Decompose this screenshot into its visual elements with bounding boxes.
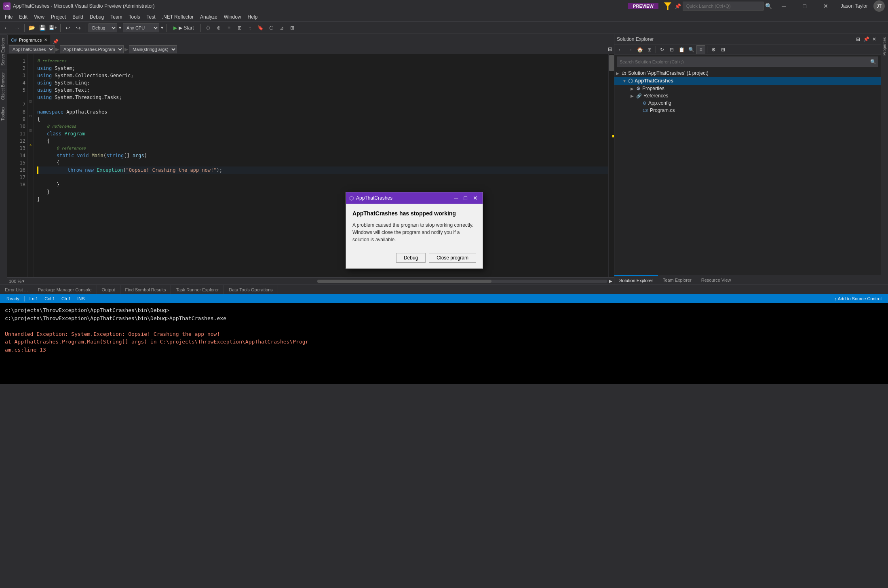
- team-explorer-tab[interactable]: Team Explorer: [658, 275, 696, 285]
- se-close-button[interactable]: ✕: [870, 35, 878, 43]
- pin-button[interactable]: 📌: [675, 3, 681, 9]
- solution-node[interactable]: ▶ 🗂 Solution 'AppThatCrashes' (1 project…: [614, 70, 881, 77]
- method-nav-dropdown[interactable]: Main(string[] args): [129, 45, 177, 53]
- se-btn-3[interactable]: ⊟: [667, 45, 676, 54]
- dialog-close-program-button[interactable]: Close program: [429, 253, 476, 263]
- menu-reflector[interactable]: .NET Reflector: [159, 12, 197, 22]
- server-explorer-tab[interactable]: Server Explorer: [0, 34, 7, 69]
- back-button[interactable]: ←: [2, 23, 11, 33]
- data-tools-tab[interactable]: Data Tools Operations: [224, 285, 278, 294]
- open-button[interactable]: 📂: [27, 23, 37, 33]
- find-symbol-results-tab[interactable]: Find Symbol Results: [120, 285, 171, 294]
- menu-analyze[interactable]: Analyze: [197, 12, 221, 22]
- dialog-maximize-btn[interactable]: □: [462, 195, 469, 201]
- error-list-tab[interactable]: Error List ...: [0, 285, 33, 294]
- menu-help[interactable]: Help: [244, 12, 261, 22]
- quick-launch-input[interactable]: [683, 2, 764, 11]
- properties-node[interactable]: ▶ ⚙ Properties: [614, 85, 881, 92]
- menu-project[interactable]: Project: [48, 12, 69, 22]
- references-node[interactable]: ▶ 🔗 References: [614, 92, 881, 99]
- se-home-btn[interactable]: 🏠: [635, 45, 644, 54]
- output-tab[interactable]: Output: [97, 285, 120, 294]
- scroll-right-button[interactable]: ▶: [609, 279, 612, 283]
- menu-test[interactable]: Test: [143, 12, 159, 22]
- undo-button[interactable]: ↩: [63, 23, 73, 33]
- forward-button[interactable]: →: [12, 23, 22, 33]
- appconfig-node[interactable]: ▶ ⚙ App.config: [614, 99, 881, 107]
- programcs-node[interactable]: ▶ C# Program.cs: [614, 107, 881, 114]
- menu-debug[interactable]: Debug: [86, 12, 107, 22]
- se-btn-8[interactable]: ⊞: [719, 45, 728, 54]
- se-forward-btn[interactable]: →: [626, 45, 635, 54]
- maximize-button[interactable]: □: [795, 0, 814, 12]
- se-back-btn[interactable]: ←: [616, 45, 625, 54]
- toolbox-tab[interactable]: Toolbox: [0, 103, 7, 124]
- left-vert-tabs: Server Explorer Object Browser Toolbox: [0, 34, 7, 285]
- search-icon[interactable]: 🔍: [765, 3, 772, 9]
- code-editor[interactable]: 1 2 3 4 5 7 8 9 10 11 12 13 14 15 16 17 …: [7, 54, 614, 277]
- toolbar-btn-4[interactable]: ⊞: [235, 23, 245, 33]
- toolbar-btn-6[interactable]: ⬡: [266, 23, 276, 33]
- menu-tools[interactable]: Tools: [126, 12, 143, 22]
- se-pin-button[interactable]: 📌: [862, 35, 870, 43]
- platform-arrow[interactable]: ▼: [160, 25, 164, 30]
- menu-team[interactable]: Team: [107, 12, 125, 22]
- project-node[interactable]: ▼ ⬡ AppThatCrashes: [614, 77, 881, 85]
- terminal[interactable]: c:\projects\ThrowException\AppThatCrashe…: [0, 303, 888, 384]
- source-control-status[interactable]: ↑ Add to Source Control: [831, 296, 885, 301]
- toolbar-btn-1[interactable]: ⟨⟩: [203, 23, 213, 33]
- project-nav-dropdown[interactable]: AppThatCrashes: [9, 45, 55, 53]
- minimize-button[interactable]: ─: [774, 0, 793, 12]
- object-browser-tab[interactable]: Object Browser: [0, 69, 7, 103]
- zoom-level[interactable]: 100 %: [9, 279, 21, 284]
- se-search-input[interactable]: [617, 57, 869, 66]
- se-btn-7[interactable]: ⚙: [709, 45, 718, 54]
- save-button[interactable]: 💾: [38, 23, 47, 33]
- resource-view-tab[interactable]: Resource View: [696, 275, 736, 285]
- dialog-close-btn[interactable]: ✕: [471, 195, 479, 201]
- solution-explorer: Solution Explorer ⊟ 📌 ✕ ← → 🏠 ⊞ ↻ ⊟ 📋 🔍 …: [614, 34, 881, 285]
- se-btn-2[interactable]: ↻: [658, 45, 667, 54]
- zoom-arrow[interactable]: ▼: [21, 279, 25, 283]
- toolbar-btn-2[interactable]: ⊕: [214, 23, 224, 33]
- horizontal-scrollbar[interactable]: [317, 278, 607, 284]
- dialog-debug-button[interactable]: Debug: [396, 253, 426, 263]
- user-name: Jason Taylor: [841, 3, 868, 9]
- toolbar-btn-3[interactable]: ≡: [224, 23, 234, 33]
- run-button[interactable]: ▶ ▶ Start: [169, 24, 198, 32]
- platform-dropdown[interactable]: Any CPU: [123, 23, 159, 32]
- debug-config-dropdown[interactable]: Debug Release: [89, 23, 117, 32]
- menu-view[interactable]: View: [31, 12, 48, 22]
- se-btn-5[interactable]: 🔍: [687, 45, 696, 54]
- toolbar-btn-7[interactable]: ⊿: [277, 23, 287, 33]
- pin-editor-button[interactable]: 📌: [53, 39, 59, 44]
- toolbar-btn-5[interactable]: ↕: [245, 23, 255, 33]
- se-btn-4[interactable]: 📋: [677, 45, 686, 54]
- menu-window[interactable]: Window: [221, 12, 245, 22]
- menu-edit[interactable]: Edit: [16, 12, 31, 22]
- toolbar-btn-8[interactable]: ⊞: [287, 23, 297, 33]
- se-btn-6[interactable]: ≡: [696, 45, 705, 54]
- se-search-bar[interactable]: 🔍: [617, 57, 878, 67]
- menu-build[interactable]: Build: [69, 12, 86, 22]
- editor-scrollbar[interactable]: [608, 54, 614, 277]
- program-cs-tab[interactable]: C# Program.cs ✕: [7, 35, 51, 44]
- solution-explorer-tab[interactable]: Solution Explorer: [614, 275, 658, 285]
- expand-editor-button[interactable]: ⊞: [608, 46, 612, 52]
- bookmark-button[interactable]: 🔖: [256, 23, 266, 33]
- properties-sidebar-tab[interactable]: Properties: [882, 37, 887, 56]
- dialog-minimize-btn[interactable]: ─: [453, 195, 460, 201]
- close-button[interactable]: ✕: [816, 0, 835, 12]
- menu-file[interactable]: File: [2, 12, 16, 22]
- class-nav-dropdown[interactable]: AppThatCrashes.Program: [60, 45, 124, 53]
- tab-close-icon[interactable]: ✕: [44, 38, 47, 42]
- redo-button[interactable]: ↪: [74, 23, 83, 33]
- se-float-button[interactable]: ⊟: [854, 35, 862, 43]
- task-runner-tab[interactable]: Task Runner Explorer: [171, 285, 224, 294]
- package-manager-tab[interactable]: Package Manager Console: [33, 285, 97, 294]
- se-btn-1[interactable]: ⊞: [645, 45, 654, 54]
- se-search-icon[interactable]: 🔍: [869, 59, 878, 65]
- code-content[interactable]: 0 references using System; using System.…: [34, 54, 608, 277]
- save-all-button[interactable]: 💾+: [48, 23, 58, 33]
- debug-config-arrow[interactable]: ▼: [118, 25, 122, 30]
